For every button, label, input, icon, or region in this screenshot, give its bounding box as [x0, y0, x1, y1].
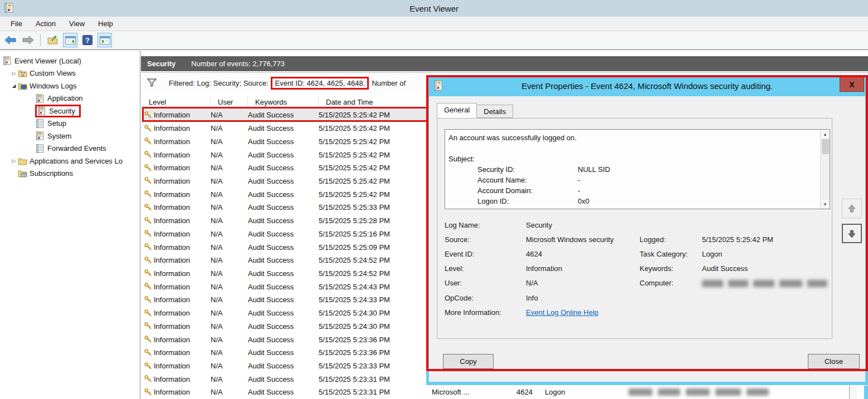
- sidebar-item-setup[interactable]: Setup: [0, 117, 140, 130]
- key-icon: [142, 124, 154, 133]
- menu-item-action[interactable]: Action: [30, 18, 62, 29]
- event-level: Information: [154, 216, 211, 225]
- list-vertical-scrollbar[interactable]: [849, 386, 857, 399]
- column-header-user[interactable]: User: [211, 96, 248, 108]
- field-value: 5/15/2025 5:25:42 PM: [702, 235, 831, 244]
- event-keywords: Audit Success: [248, 269, 319, 278]
- back-button[interactable]: [3, 33, 18, 47]
- event-keywords: Audit Success: [248, 164, 319, 172]
- close-button[interactable]: Close: [808, 354, 860, 369]
- event-user: N/A: [211, 362, 248, 370]
- key-icon: [142, 229, 154, 238]
- general-tab-page: An account was successfully logged on. S…: [437, 118, 832, 339]
- field-label: Event ID:: [445, 250, 526, 258]
- sidebar-item-applications-and-services-lo[interactable]: ▷Applications and Services Lo: [0, 155, 140, 168]
- subject-field-label: Security ID:: [477, 164, 515, 175]
- key-icon: [142, 137, 154, 146]
- scroll-up-icon[interactable]: ▲: [821, 130, 830, 139]
- menu-item-file[interactable]: File: [4, 18, 28, 29]
- event-description-box[interactable]: An account was successfully logged on. S…: [445, 129, 830, 209]
- help-button[interactable]: ?: [80, 33, 95, 47]
- sidebar-item-subscriptions[interactable]: Subscriptions: [0, 168, 140, 180]
- column-header-date-and-time[interactable]: Date and Time: [319, 96, 428, 108]
- event-datetime: 5/15/2025 5:24:52 PM: [319, 256, 428, 264]
- log-alert-icon: [37, 106, 47, 115]
- sidebar-item-label: Subscriptions: [28, 169, 75, 178]
- field-value: 4624: [526, 250, 640, 258]
- event-level: Information: [154, 269, 211, 278]
- event-level: Information: [154, 256, 211, 264]
- previous-event-button[interactable]: [842, 199, 862, 218]
- dialog-close-x-button[interactable]: X: [840, 77, 864, 92]
- sidebar-item-system[interactable]: System: [0, 130, 140, 142]
- sidebar-item-security[interactable]: Security: [0, 105, 140, 117]
- event-level: Information: [154, 137, 211, 146]
- key-icon: [142, 164, 154, 173]
- sidebar-item-application[interactable]: Application: [0, 92, 140, 105]
- event-level: Information: [154, 124, 211, 132]
- bottom-row-extra-columns[interactable]: Microsoft ... 4624 Logon: [426, 386, 868, 399]
- event-level: Information: [154, 243, 211, 252]
- collapse-arrow-icon[interactable]: ▷: [10, 158, 18, 164]
- sidebar-item-custom-views[interactable]: ▷Custom Views: [0, 67, 140, 80]
- scroll-thumb[interactable]: [822, 139, 829, 154]
- field-label: OpCode:: [445, 294, 526, 302]
- event-keywords: Audit Success: [248, 137, 319, 146]
- event-properties-dialog: Event Properties - Event 4624, Microsoft…: [426, 75, 868, 385]
- column-header-level[interactable]: Level: [142, 96, 211, 108]
- key-icon: [142, 190, 154, 199]
- event-level: Information: [154, 203, 211, 211]
- toolbar: ?: [0, 31, 868, 50]
- sidebar-item-event-viewer-local-[interactable]: Event Viewer (Local): [0, 55, 140, 67]
- bottom-row-computer-redacted: [628, 388, 769, 396]
- tab-general[interactable]: General: [437, 103, 477, 118]
- field-label: Task Category:: [640, 250, 702, 258]
- key-icon: [142, 362, 154, 371]
- scroll-down-icon[interactable]: ▼: [821, 200, 830, 209]
- field-value: Microsoft Windows security: [526, 235, 640, 244]
- event-datetime: 5/15/2025 5:25:42 PM: [319, 137, 428, 146]
- event-datetime: 5/15/2025 5:25:42 PM: [319, 164, 428, 172]
- sidebar-item-label: Event Viewer (Local): [13, 56, 83, 66]
- show-action-pane-button[interactable]: [97, 33, 112, 47]
- sidebar-item-windows-logs[interactable]: ◢Windows Logs: [0, 80, 140, 92]
- subject-field: Security ID:NULL SID: [448, 164, 816, 175]
- event-log-online-help-link[interactable]: Event Log Online Help: [526, 308, 640, 317]
- log-alert-icon: [36, 131, 46, 140]
- event-keywords: Audit Success: [248, 230, 319, 238]
- tab-details[interactable]: Details: [476, 105, 513, 118]
- subject-field-label: Account Domain:: [477, 185, 533, 196]
- event-keywords: Audit Success: [248, 216, 319, 225]
- folder-monitor-icon: [18, 81, 28, 90]
- export-icon[interactable]: [46, 33, 60, 47]
- event-datetime: 5/15/2025 5:25:09 PM: [319, 243, 428, 252]
- column-header-keywords[interactable]: Keywords: [248, 96, 319, 108]
- event-level: Information: [154, 336, 211, 344]
- event-keywords: Audit Success: [248, 177, 319, 185]
- event-datetime: 5/15/2025 5:25:42 PM: [319, 177, 428, 185]
- expand-arrow-icon[interactable]: ◢: [10, 83, 18, 88]
- field-value: N/A: [526, 279, 640, 287]
- event-keywords: Audit Success: [248, 388, 319, 396]
- menu-item-view[interactable]: View: [63, 18, 91, 29]
- field-value: Security: [526, 221, 640, 229]
- subject-field-value: -: [578, 185, 580, 196]
- field-label: Source:: [445, 235, 526, 244]
- event-keywords: Audit Success: [248, 348, 319, 357]
- subject-field-label: Logon ID:: [477, 196, 509, 206]
- key-icon: [142, 269, 154, 278]
- svg-text:?: ?: [85, 37, 89, 45]
- menu-item-help[interactable]: Help: [92, 18, 119, 29]
- bottom-row-task-category: Logon: [545, 388, 565, 396]
- show-console-tree-button[interactable]: [63, 33, 77, 47]
- collapse-arrow-icon[interactable]: ▷: [10, 71, 18, 76]
- toolbar-separator: [40, 34, 41, 46]
- field-label: User:: [445, 279, 526, 287]
- event-keywords: Audit Success: [248, 283, 319, 291]
- event-level: Information: [154, 309, 211, 317]
- forward-button[interactable]: [21, 33, 35, 47]
- next-event-button[interactable]: [842, 224, 862, 243]
- sidebar-item-forwarded-events[interactable]: Forwarded Events: [0, 142, 140, 155]
- description-scrollbar[interactable]: ▲ ▼: [820, 130, 830, 209]
- copy-button[interactable]: Copy: [443, 354, 494, 369]
